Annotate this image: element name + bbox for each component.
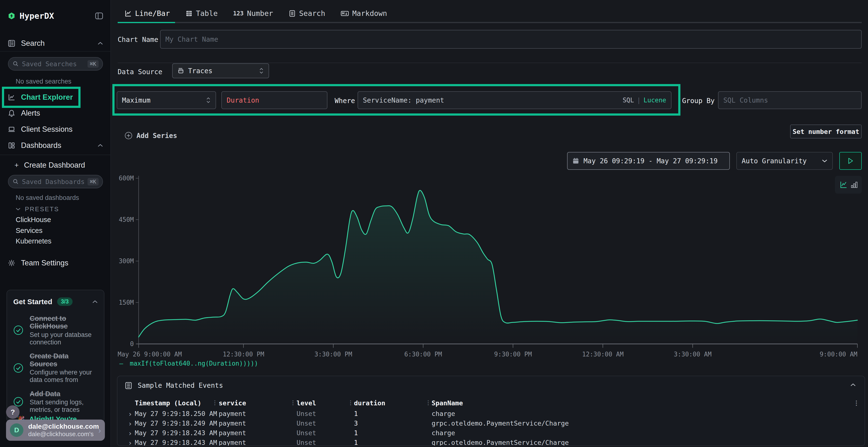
- tab-table[interactable]: Table: [185, 9, 218, 18]
- collapse-sidebar-icon[interactable]: [95, 12, 103, 19]
- tab-number[interactable]: 123 Number: [233, 9, 273, 18]
- col-service[interactable]: service: [219, 399, 246, 407]
- group-by-field[interactable]: [718, 91, 862, 109]
- chart-display-toggle: [835, 176, 862, 194]
- group-by-input[interactable]: [723, 96, 857, 104]
- logo-row: HyperDX: [0, 10, 111, 22]
- expand-row-icon[interactable]: ›: [128, 410, 132, 418]
- col-timestamp[interactable]: Timestamp (Local): [135, 399, 201, 407]
- help-button[interactable]: ?: [6, 405, 20, 419]
- divider: [118, 63, 862, 63]
- where-input[interactable]: [363, 96, 619, 104]
- sidebar: HyperDX Search ⌘K No saved searches: [0, 0, 111, 447]
- presets-toggle[interactable]: PRESETS: [0, 205, 111, 213]
- chevron-up-icon: [98, 144, 103, 147]
- svg-text:12:30:00 AM: 12:30:00 AM: [582, 351, 623, 358]
- field-select[interactable]: Duration: [221, 91, 328, 109]
- preset-kubernetes[interactable]: Kubernetes: [16, 237, 51, 245]
- column-handle-icon[interactable]: ⋮: [290, 399, 296, 406]
- plus-icon: +: [14, 161, 19, 169]
- set-number-format-button[interactable]: Set number format: [790, 125, 862, 138]
- table-row[interactable]: › May 27 9:29:18.249 AM payment Unset 3 …: [117, 419, 865, 429]
- 123-icon: 123: [233, 10, 244, 17]
- main-content: Line/Bar Table 123 Number: [111, 0, 868, 447]
- saved-dashboards-input[interactable]: [22, 178, 88, 185]
- timeseries-chart[interactable]: 0150M300M450M600MMay 26 9:00:00 AM12:30:…: [111, 172, 868, 360]
- sidebar-item-chart-explorer[interactable]: Chart Explorer: [0, 92, 111, 103]
- sidebar-item-alerts[interactable]: Alerts: [0, 108, 111, 118]
- sidebar-section-search[interactable]: Search: [0, 38, 111, 48]
- where-field[interactable]: SQL | Lucene: [358, 91, 672, 109]
- data-source-select[interactable]: Traces: [172, 63, 269, 78]
- chart-type-tabbar: Line/Bar Table 123 Number: [111, 0, 868, 23]
- group-by-label: Group By: [682, 97, 715, 105]
- check-circle-icon: [13, 397, 23, 407]
- create-dashboard-button[interactable]: + Create Dashboard: [0, 160, 111, 171]
- table-menu-icon[interactable]: ⋮: [853, 399, 860, 407]
- gear-icon: [8, 260, 15, 267]
- search-icon: [13, 61, 19, 67]
- expand-row-icon[interactable]: ›: [128, 439, 132, 446]
- sidebar-item-dashboards[interactable]: Dashboards: [0, 140, 111, 151]
- col-spanname[interactable]: SpanName: [432, 399, 463, 407]
- user-email: dale@clickhouse.com: [28, 423, 98, 431]
- user-menu[interactable]: D dale@clickhouse.com dale@clickhouse.co…: [6, 419, 105, 441]
- search-icon: [13, 179, 19, 184]
- table-row[interactable]: › May 27 9:29:18.250 AM payment Unset 1 …: [117, 410, 865, 419]
- get-started-card: Get Started 3/3 Connect to ClickHouse Se…: [6, 290, 104, 423]
- column-handle-icon[interactable]: ⋮: [212, 399, 218, 406]
- lucene-mode-toggle[interactable]: Lucene: [644, 97, 666, 104]
- expand-row-icon[interactable]: ›: [128, 429, 132, 437]
- aggregation-select[interactable]: Maximum: [117, 91, 216, 109]
- run-query-button[interactable]: [839, 152, 862, 170]
- get-started-item-sources[interactable]: Create Data Sources Configure where your…: [13, 352, 98, 383]
- select-updown-icon: [206, 97, 211, 104]
- svg-text:9:00:00 AM: 9:00:00 AM: [819, 351, 858, 358]
- date-range-value: May 26 09:29:19 - May 27 09:29:19: [584, 157, 717, 165]
- table-row[interactable]: › May 27 9:29:18.243 AM payment Unset 1 …: [117, 439, 865, 446]
- tab-underline-active: [118, 22, 175, 23]
- sidebar-item-client-sessions[interactable]: Client Sessions: [0, 124, 111, 135]
- col-duration[interactable]: duration: [354, 399, 385, 407]
- saved-searches-search[interactable]: ⌘K: [8, 57, 103, 71]
- select-updown-icon: [259, 67, 264, 74]
- column-handle-icon[interactable]: ⋮: [425, 399, 431, 406]
- col-level[interactable]: level: [297, 399, 316, 407]
- sql-mode-toggle[interactable]: SQL: [623, 97, 634, 104]
- chart-legend[interactable]: — maxIf(toFloat640..ng(Duration))))): [119, 360, 258, 367]
- preset-clickhouse[interactable]: ClickHouse: [16, 216, 51, 224]
- chart-name-field[interactable]: [160, 30, 862, 49]
- dashboards-grid-icon: [8, 142, 15, 149]
- plus-circle-icon: [124, 132, 133, 140]
- svg-text:6:30:00 PM: 6:30:00 PM: [404, 351, 442, 358]
- tab-underline-track: [118, 22, 862, 23]
- legend-series-name: maxIf(toFloat640..ng(Duration))))): [130, 360, 258, 367]
- column-handle-icon[interactable]: ⋮: [348, 399, 353, 406]
- collapse-panel-icon[interactable]: [850, 383, 856, 386]
- line-view-icon[interactable]: [839, 181, 847, 189]
- get-started-item-subtitle: Configure where your data comes from: [30, 369, 98, 384]
- tab-markdown[interactable]: Markdown: [341, 9, 387, 18]
- chart-line-icon: [8, 94, 15, 101]
- bar-view-icon[interactable]: [851, 181, 858, 188]
- tab-line-bar[interactable]: Line/Bar: [124, 9, 170, 18]
- saved-searches-input[interactable]: [22, 60, 88, 68]
- get-started-item-add-data[interactable]: Add Data Start sending logs, metrics, or…: [13, 390, 98, 414]
- expand-row-icon[interactable]: ›: [128, 419, 132, 428]
- preset-services[interactable]: Services: [16, 227, 42, 235]
- chevron-up-icon[interactable]: [92, 300, 98, 303]
- granularity-value: Auto Granularity: [742, 157, 807, 165]
- chart-name-input[interactable]: [165, 35, 857, 43]
- chevron-down-icon: [822, 159, 828, 163]
- date-range-picker[interactable]: May 26 09:29:19 - May 27 09:29:19: [567, 152, 730, 170]
- hyperdx-logo-icon: [8, 12, 15, 20]
- add-series-button[interactable]: Add Series: [124, 132, 177, 140]
- saved-dashboards-search[interactable]: ⌘K: [8, 175, 103, 188]
- granularity-select[interactable]: Auto Granularity: [736, 152, 833, 170]
- events-panel-header[interactable]: Sample Matched Events: [125, 381, 223, 389]
- get-started-item-connect[interactable]: Connect to ClickHouse Set up your databa…: [13, 314, 98, 346]
- tab-search[interactable]: Search: [289, 9, 325, 18]
- table-row[interactable]: › May 27 9:29:18.243 AM payment Unset 1 …: [117, 429, 865, 439]
- presets-label: PRESETS: [25, 205, 59, 213]
- sidebar-item-team-settings[interactable]: Team Settings: [0, 258, 111, 268]
